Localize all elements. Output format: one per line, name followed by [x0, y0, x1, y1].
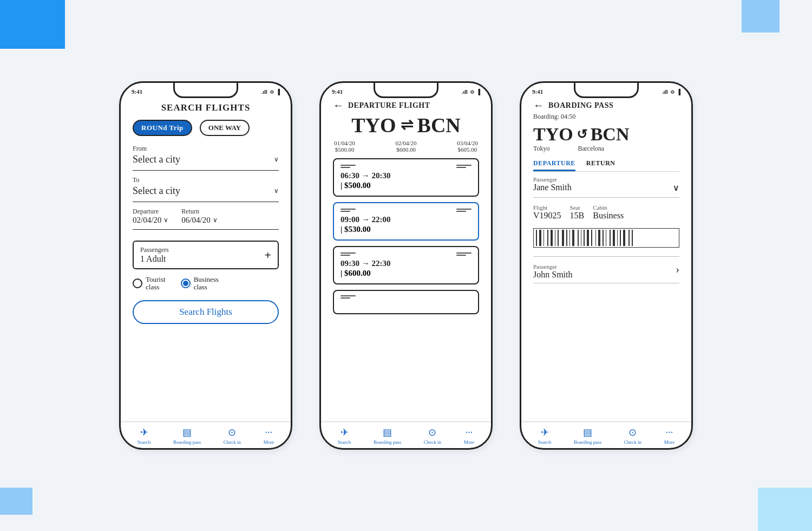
tourist-class-label: Touristclass	[146, 276, 166, 292]
from-field-group: From Select a city ∨	[133, 145, 279, 167]
business-radio-icon	[181, 279, 191, 288]
date-price-col-2[interactable]: 02/04/20 $600.00	[395, 140, 416, 153]
flight-details-row: Flight V19025 Seat 15B Cabin Business	[533, 204, 679, 221]
nav-search-label-1: Search	[137, 439, 151, 445]
nav-boarding-3[interactable]: ▤ Boarding pass	[574, 426, 601, 445]
phone-search: 9:41 .ıll ≎ ▐ SEARCH FLIGHTS ROUNd Trip …	[119, 81, 292, 450]
bg-decoration-tl	[0, 0, 65, 49]
nav-boarding-label-1: Boarding pass	[173, 439, 201, 445]
date-divider	[133, 229, 279, 230]
flight-card-2[interactable]: 09:00 → 22:00 | $530.00	[333, 202, 479, 241]
flight-lines-left-2	[340, 209, 356, 212]
flight-line-11	[456, 252, 472, 254]
business-class-option[interactable]: Businessclass	[181, 276, 219, 292]
bp-city-from: Tokyo	[533, 145, 550, 153]
flight-card-3[interactable]: 09:30 → 22:30 | $600.00	[333, 246, 479, 284]
boarding-icon-2: ▤	[383, 426, 392, 438]
flight-line-1	[340, 165, 356, 166]
nav-checkin-label-3: Check in	[624, 439, 641, 445]
departure-value-row[interactable]: 02/04/20 ∨	[133, 216, 168, 225]
date-row: Departure 02/04/20 ∨ Return 06/04/20 ∨	[133, 208, 279, 225]
phone-notch-1	[173, 83, 238, 98]
tourist-class-option[interactable]: Touristclass	[133, 276, 166, 292]
bp-route-display: TYO ↺ BCN	[533, 124, 679, 145]
radio-dot	[183, 281, 188, 286]
flight-card-3-header	[340, 252, 472, 256]
nav-more-label-3: More	[664, 439, 675, 445]
departure-value: 02/04/20	[133, 216, 161, 225]
flight1-time-price: 06:30 → 20:30	[340, 171, 472, 180]
screen3-title: BOARDING PASS	[548, 101, 613, 110]
to-chevron-icon: ∨	[274, 187, 279, 195]
nav-boarding-2[interactable]: ▤ Boarding pass	[374, 426, 401, 445]
date-price-row: 01/04/20 $500.00 02/04/20 $600.00 03/04/…	[333, 140, 479, 153]
nav-search-1[interactable]: ✈ Search	[137, 426, 151, 445]
bp-route-to: BCN	[591, 124, 630, 145]
date-price-col-3[interactable]: 03/04/20 $605.00	[457, 140, 478, 153]
passenger1-chevron-icon: ∨	[673, 183, 679, 193]
flight-card-1-header	[340, 165, 472, 168]
bg-decoration-bl	[0, 488, 32, 515]
search-flights-button[interactable]: Search Flights	[133, 300, 279, 324]
tab-departure[interactable]: DEPARTURE	[533, 157, 575, 171]
nav-more-2[interactable]: ··· More	[464, 427, 475, 445]
bg-decoration-tr	[742, 0, 780, 33]
nav-boarding-1[interactable]: ▤ Boarding pass	[173, 426, 201, 445]
flight-card-1[interactable]: 06:30 → 20:30 | $500.00	[333, 158, 479, 197]
phone-departure: 9:41 .ıll ≎ ▐ ← DEPARTURE FLIGHT TYO ⇌ B…	[319, 81, 493, 450]
more-icon-1: ···	[265, 427, 273, 438]
cabin-col: Cabin Business	[593, 204, 624, 221]
round-trip-button[interactable]: ROUNd Trip	[133, 120, 192, 136]
more-icon-3: ···	[666, 427, 673, 438]
partial-line-2	[340, 297, 350, 299]
departure-label: Departure	[133, 208, 168, 216]
more-icon-2: ···	[466, 427, 473, 438]
from-chevron-icon: ∨	[274, 156, 279, 164]
nav-checkin-3[interactable]: ⊙ Check in	[624, 426, 641, 445]
boarding-tabs: DEPARTURE RETURN	[533, 157, 679, 172]
phone-notch-3	[574, 83, 639, 98]
passenger2-row[interactable]: Passenger John Smith ›	[533, 260, 679, 280]
status-icons-3: .ıll ≎ ▐	[662, 89, 680, 95]
passengers-box[interactable]: Passengers 1 Adult +	[133, 241, 279, 269]
back-arrow-2[interactable]: ←	[333, 99, 344, 112]
plane-icon-2: ✈	[340, 426, 349, 438]
to-field-group: To Select a city ∨	[133, 176, 279, 198]
return-value-row[interactable]: 06/04/20 ∨	[181, 216, 217, 225]
screen2-title: DEPARTURE FLIGHT	[348, 101, 430, 110]
bg-decoration-br	[758, 488, 812, 531]
screen2-header: ← DEPARTURE FLIGHT	[333, 99, 479, 112]
screen2-content: ← DEPARTURE FLIGHT TYO ⇌ BCN 01/04/20 $5…	[321, 95, 491, 422]
back-arrow-3[interactable]: ←	[533, 99, 544, 112]
nav-more-3[interactable]: ··· More	[664, 427, 675, 445]
nav-checkin-2[interactable]: ⊙ Check in	[424, 426, 441, 445]
from-value-row[interactable]: Select a city ∨	[133, 154, 279, 167]
signal-icon-3: .ıll	[662, 89, 668, 95]
nav-search-label-2: Search	[338, 439, 351, 445]
passenger1-label: Passenger	[533, 176, 572, 183]
seat-value: 15B	[570, 211, 585, 221]
nav-checkin-1[interactable]: ⊙ Check in	[224, 426, 241, 445]
wifi-icon-2: ≎	[470, 89, 474, 95]
nav-boarding-label-3: Boarding pass	[574, 439, 601, 445]
tab-return[interactable]: RETURN	[586, 157, 615, 171]
date3: 03/04/20	[457, 140, 478, 146]
to-value-row[interactable]: Select a city ∨	[133, 185, 279, 198]
plane-icon-3: ✈	[541, 426, 549, 438]
add-passenger-icon[interactable]: +	[264, 248, 271, 262]
return-date-group: Return 06/04/20 ∨	[181, 208, 217, 225]
battery-icon-1: ▐	[276, 89, 280, 95]
nav-more-1[interactable]: ··· More	[264, 427, 274, 445]
nav-more-label-1: More	[264, 439, 274, 445]
nav-checkin-label-2: Check in	[424, 439, 441, 445]
nav-search-3[interactable]: ✈ Search	[538, 426, 552, 445]
date-price-col-1[interactable]: 01/04/20 $500.00	[334, 140, 355, 153]
checkin-icon-3: ⊙	[628, 426, 637, 438]
one-way-button[interactable]: ONE WAY	[200, 120, 250, 136]
nav-search-2[interactable]: ✈ Search	[338, 426, 351, 445]
flight-label: Flight	[533, 204, 561, 211]
to-value: Select a city	[133, 185, 180, 197]
status-time-3: 9:41	[532, 88, 543, 95]
passenger2-divider	[533, 283, 679, 283]
flight3-time-price: 09:30 → 22:30	[340, 259, 472, 268]
